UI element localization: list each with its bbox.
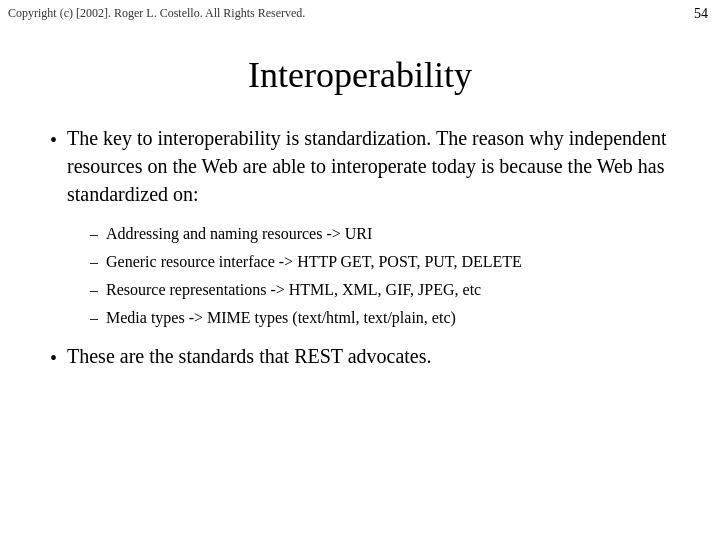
sub-bullet-2: – Generic resource interface -> HTTP GET… [90, 250, 670, 274]
sub-bullet-1-text: Addressing and naming resources -> URI [106, 222, 670, 246]
sub-bullets-list: – Addressing and naming resources -> URI… [90, 222, 670, 330]
sub-bullet-4-dash: – [90, 306, 98, 330]
bullet-2-dot: • [50, 344, 57, 372]
copyright-text: Copyright (c) [2002]. Roger L. Costello.… [8, 6, 305, 21]
sub-bullet-3: – Resource representations -> HTML, XML,… [90, 278, 670, 302]
sub-bullet-1: – Addressing and naming resources -> URI [90, 222, 670, 246]
sub-bullet-2-text: Generic resource interface -> HTTP GET, … [106, 250, 670, 274]
bullet-2: • These are the standards that REST advo… [50, 342, 670, 372]
sub-bullet-4-text: Media types -> MIME types (text/html, te… [106, 306, 670, 330]
sub-bullet-4: – Media types -> MIME types (text/html, … [90, 306, 670, 330]
sub-bullet-3-dash: – [90, 278, 98, 302]
bullet-2-text: These are the standards that REST advoca… [67, 342, 670, 370]
sub-bullet-2-dash: – [90, 250, 98, 274]
page-number: 54 [694, 6, 708, 22]
bullet-1-text: The key to interoperability is standardi… [67, 124, 670, 208]
sub-bullet-1-dash: – [90, 222, 98, 246]
slide-content: Interoperability • The key to interopera… [0, 24, 720, 392]
slide-title: Interoperability [50, 54, 670, 96]
bullet-1-dot: • [50, 126, 57, 154]
sub-bullet-3-text: Resource representations -> HTML, XML, G… [106, 278, 670, 302]
bullet-1: • The key to interoperability is standar… [50, 124, 670, 208]
